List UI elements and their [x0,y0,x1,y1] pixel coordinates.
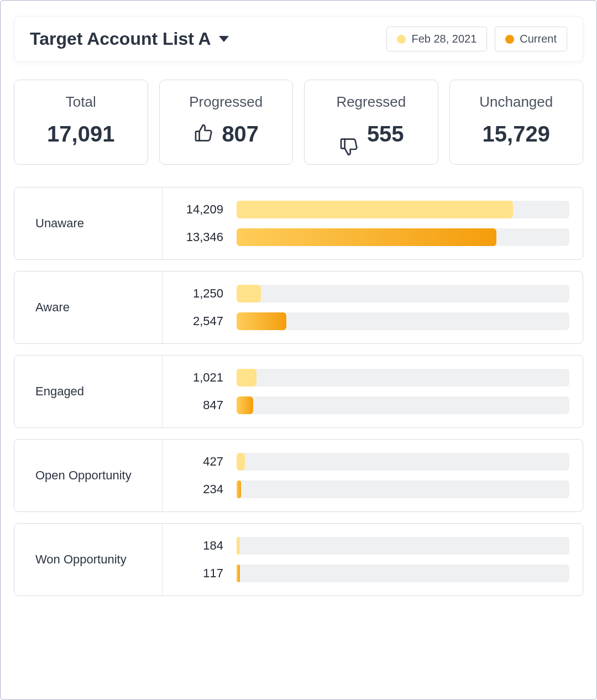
kpi-value-row: 17,091 [47,122,114,147]
kpi-card-unchanged: Unchanged15,729 [449,80,584,165]
stage-name-cell: Open Opportunity [14,440,163,511]
bar-fill-current [237,396,253,414]
stage-row: Aware1,2502,547 [14,271,583,344]
dashboard-page: Target Account List A Feb 28, 2021 Curre… [0,0,597,700]
thumb-down-icon [338,122,360,147]
stage-name: Aware [35,300,70,315]
bar-line-current: 117 [168,565,569,582]
legend-past-dot-icon [397,35,406,44]
stage-bars: 1,021847 [163,356,583,427]
bar-track [237,453,569,471]
bar-track [237,201,569,218]
legend-current-dot-icon [505,35,514,44]
bar-fill-current [237,312,286,330]
bar-fill-past [237,537,240,555]
bar-track [237,312,569,330]
bar-value: 1,250 [168,286,223,301]
bar-track [237,396,569,414]
bar-value: 234 [168,482,223,497]
bar-value: 847 [168,398,223,412]
bar-track [237,480,569,498]
bar-line-current: 847 [168,396,569,414]
bar-track [237,565,569,582]
account-list-dropdown[interactable]: Target Account List A [30,29,229,49]
kpi-label: Progressed [189,93,263,111]
stage-row: Unaware14,20913,346 [14,187,583,260]
bar-line-past: 14,209 [168,201,569,218]
header-bar: Target Account List A Feb 28, 2021 Curre… [14,16,583,62]
account-list-dropdown-label: Target Account List A [30,29,211,49]
kpi-value: 807 [222,122,259,147]
stage-bars: 1,2502,547 [163,271,583,343]
kpi-card-total: Total17,091 [14,80,148,165]
kpi-card-progressed: Progressed 807 [159,80,294,165]
stage-name: Open Opportunity [35,468,132,483]
bar-value: 14,209 [168,202,223,217]
stage-bars: 184117 [163,524,583,595]
stage-bars: 14,20913,346 [163,187,583,259]
kpi-label: Unchanged [479,93,553,111]
stage-name-cell: Aware [14,271,163,343]
kpi-value: 15,729 [483,122,550,147]
stage-name-cell: Unaware [14,187,163,259]
bar-line-past: 1,021 [168,369,569,386]
kpi-value: 555 [367,122,404,147]
stage-row: Engaged1,021847 [14,355,583,428]
bar-fill-past [237,453,245,471]
kpi-label: Total [66,93,96,111]
legend: Feb 28, 2021 Current [386,27,567,51]
bar-line-current: 2,547 [168,312,569,330]
chevron-down-icon [219,36,229,42]
bar-value: 184 [168,539,223,553]
stage-row: Won Opportunity184117 [14,523,583,596]
bar-fill-past [237,285,261,302]
kpi-value-row: 807 [193,122,259,147]
stage-name-cell: Engaged [14,356,163,427]
legend-current-label: Current [520,33,557,45]
kpi-card-regressed: Regressed 555 [304,80,438,165]
kpi-row: Total17,091Progressed 807Regressed 555Un… [14,80,583,165]
stage-row: Open Opportunity427234 [14,439,583,512]
bar-value: 1,021 [168,370,223,385]
kpi-value: 17,091 [47,122,114,147]
stage-name: Engaged [35,384,84,399]
bar-line-current: 234 [168,480,569,498]
bar-line-past: 184 [168,537,569,555]
thumb-up-icon [193,122,215,147]
stages-list: Unaware14,20913,346Aware1,2502,547Engage… [14,187,583,596]
bar-fill-past [237,201,513,218]
bar-value: 117 [168,566,223,581]
bar-line-current: 13,346 [168,228,569,246]
stage-name: Won Opportunity [35,552,127,567]
kpi-value-row: 15,729 [483,122,550,147]
legend-past-label: Feb 28, 2021 [411,33,476,45]
legend-current-pill[interactable]: Current [495,27,567,51]
stage-bars: 427234 [163,440,583,511]
bar-value: 13,346 [168,230,223,244]
bar-track [237,228,569,246]
bar-track [237,369,569,386]
bar-fill-current [237,228,496,246]
kpi-value-row: 555 [338,122,404,147]
bar-line-past: 1,250 [168,285,569,302]
bar-line-past: 427 [168,453,569,471]
bar-track [237,285,569,302]
bar-track [237,537,569,555]
legend-past-pill[interactable]: Feb 28, 2021 [386,27,487,51]
bar-value: 427 [168,455,223,469]
stage-name-cell: Won Opportunity [14,524,163,595]
kpi-label: Regressed [336,93,406,111]
bar-fill-current [237,565,240,582]
bar-value: 2,547 [168,314,223,328]
stage-name: Unaware [35,216,84,231]
bar-fill-current [237,480,241,498]
bar-fill-past [237,369,256,386]
